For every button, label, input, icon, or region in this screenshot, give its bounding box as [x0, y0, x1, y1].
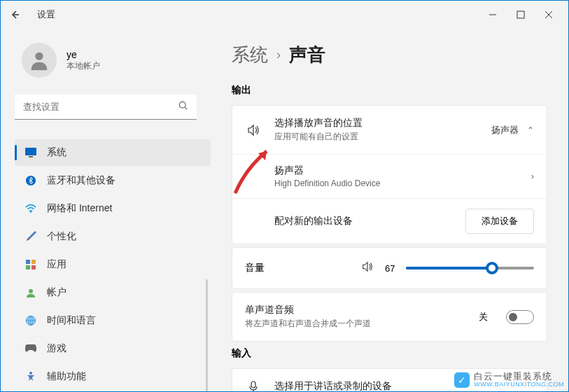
selected-output-device: 扬声器 — [491, 124, 519, 136]
search-icon — [178, 101, 188, 113]
add-device-button[interactable]: 添加设备 — [465, 209, 534, 234]
nav-item-gaming[interactable]: 游戏 — [15, 335, 211, 362]
page-title: 声音 — [289, 43, 325, 67]
watermark-text: 白云一键重装系统 — [474, 372, 564, 382]
slider-thumb[interactable] — [486, 262, 498, 274]
svg-point-14 — [29, 372, 32, 374]
breadcrumb: 系统 › 声音 — [232, 43, 547, 67]
account-type: 本地帐户 — [66, 60, 100, 72]
output-device-card: 选择播放声音的位置 应用可能有自己的设置 扬声器 ⌃ 扬声器 High Defi… — [232, 105, 547, 244]
svg-point-1 — [35, 52, 43, 60]
chevron-right-icon: › — [531, 172, 534, 181]
user-section[interactable]: ye 本地帐户 — [15, 43, 211, 78]
volume-value: 67 — [385, 263, 395, 274]
svg-point-6 — [30, 211, 31, 213]
nav-label: 蓝牙和其他设备 — [47, 174, 115, 187]
maximize-button[interactable] — [515, 9, 526, 20]
mono-toggle[interactable] — [506, 310, 534, 324]
nav-label: 帐户 — [47, 286, 66, 299]
svg-point-2 — [179, 102, 185, 108]
chevron-right-icon: › — [276, 48, 281, 62]
nav-label: 时间和语言 — [47, 314, 96, 327]
nav-item-accounts[interactable]: 帐户 — [15, 279, 211, 306]
apps-icon — [24, 258, 37, 271]
input-section-label: 输入 — [232, 347, 547, 360]
gamepad-icon — [24, 342, 37, 355]
volume-icon — [361, 260, 374, 276]
output-select-sub: 应用可能有自己的设置 — [274, 131, 479, 143]
svg-rect-9 — [26, 265, 30, 270]
nav-label: 系统 — [47, 146, 66, 159]
avatar — [22, 43, 57, 78]
back-arrow-icon — [9, 9, 20, 20]
volume-label: 音量 — [245, 262, 350, 274]
pair-title: 配对新的输出设备 — [274, 215, 454, 227]
nav-item-network[interactable]: 网络和 Internet — [15, 195, 211, 222]
output-section-label: 输出 — [232, 84, 547, 97]
nav-item-time-language[interactable]: 时间和语言 — [15, 307, 211, 334]
back-button[interactable] — [6, 6, 23, 23]
speaker-device-row[interactable]: 扬声器 High Definition Audio Device › — [232, 154, 547, 198]
select-output-row[interactable]: 选择播放声音的位置 应用可能有自己的设置 扬声器 ⌃ — [232, 106, 547, 154]
globe-icon — [24, 314, 37, 327]
nav-label: 游戏 — [47, 342, 66, 355]
nav: 系统 蓝牙和其他设备 网络和 Internet 个性化 应用 帐户 — [15, 139, 211, 390]
minimize-button[interactable] — [487, 9, 498, 20]
watermark: ✓ 白云一键重装系统 WWW.BAIYUNXITONG.COM — [454, 372, 564, 388]
pair-device-row: 配对新的输出设备 添加设备 — [232, 198, 547, 244]
breadcrumb-parent[interactable]: 系统 — [232, 43, 268, 67]
content: 系统 › 声音 输出 选择播放声音的位置 应用可能有自己的设置 扬声器 ⌃ — [211, 29, 568, 392]
nav-label: 个性化 — [47, 230, 76, 243]
nav-item-bluetooth[interactable]: 蓝牙和其他设备 — [15, 167, 211, 194]
minimize-icon — [489, 10, 497, 19]
username: ye — [66, 49, 100, 60]
mono-state-label: 关 — [479, 311, 488, 323]
nav-label: 应用 — [47, 258, 66, 271]
window-title: 设置 — [37, 8, 55, 21]
mono-title: 单声道音频 — [245, 304, 468, 316]
close-button[interactable] — [543, 9, 554, 20]
nav-item-accessibility[interactable]: 辅助功能 — [15, 363, 211, 390]
maximize-icon — [517, 10, 525, 19]
output-select-title: 选择播放声音的位置 — [274, 117, 479, 130]
nav-label: 辅助功能 — [47, 370, 86, 383]
svg-rect-10 — [31, 265, 36, 270]
search-input[interactable] — [15, 94, 197, 120]
svg-rect-4 — [29, 156, 33, 158]
nav-item-apps[interactable]: 应用 — [15, 251, 211, 278]
sidebar: ye 本地帐户 系统 蓝牙和其他设备 网络和 Internet — [1, 29, 211, 392]
svg-rect-0 — [517, 11, 524, 18]
mono-sub: 将左声道和右声道合并成一个声道 — [245, 318, 468, 330]
account-icon — [24, 286, 37, 299]
speaker-title: 扬声器 — [274, 164, 520, 177]
watermark-logo: ✓ — [454, 372, 470, 388]
wifi-icon — [24, 202, 37, 215]
brush-icon — [24, 230, 37, 243]
svg-rect-3 — [25, 148, 36, 155]
svg-rect-8 — [31, 260, 36, 264]
user-icon — [27, 48, 51, 72]
svg-rect-15 — [251, 382, 255, 388]
close-icon — [545, 10, 553, 19]
speaker-sub: High Definition Audio Device — [274, 178, 520, 188]
accessibility-icon — [24, 370, 37, 383]
volume-slider[interactable] — [406, 267, 534, 270]
sidebar-scrollbar[interactable] — [206, 279, 208, 392]
svg-rect-7 — [26, 260, 30, 264]
watermark-url: WWW.BAIYUNXITONG.COM — [474, 382, 564, 388]
nav-label: 网络和 Internet — [47, 202, 112, 215]
nav-item-personalization[interactable]: 个性化 — [15, 223, 211, 250]
mic-icon — [245, 380, 262, 392]
volume-card: 音量 67 — [232, 247, 547, 289]
nav-item-system[interactable]: 系统 — [15, 139, 211, 166]
svg-point-11 — [29, 289, 33, 293]
bluetooth-icon — [24, 174, 37, 187]
chevron-up-icon: ⌃ — [527, 125, 534, 135]
titlebar: 设置 — [1, 1, 568, 29]
speaker-icon — [245, 123, 262, 137]
display-icon — [24, 146, 37, 159]
mono-audio-card: 单声道音频 将左声道和右声道合并成一个声道 关 — [232, 292, 547, 342]
